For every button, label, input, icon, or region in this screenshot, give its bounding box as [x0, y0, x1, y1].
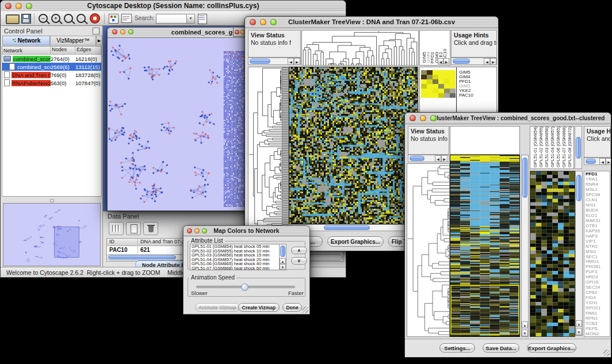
scroll-left-arrow[interactable]: ◀ — [438, 58, 443, 64]
matrix-cell[interactable] — [427, 89, 433, 93]
matrix-cell[interactable] — [433, 89, 438, 93]
tv1-row-label[interactable]: PAC10 — [459, 93, 473, 98]
network-list-row[interactable]: combined_scores2764(0)16218(0) — [2, 55, 101, 63]
help-lifebuoy-icon[interactable] — [90, 13, 100, 24]
scroll-up-arrow[interactable]: ▲ — [280, 258, 286, 264]
scroll-right-arrow[interactable]: ▶ — [294, 58, 300, 65]
zoom-selected-icon[interactable] — [64, 14, 73, 23]
tv2-status-hscrollbar[interactable]: ◀ ▶ — [408, 155, 449, 162]
matrix-cell[interactable] — [433, 84, 438, 89]
matrix-cell[interactable] — [450, 75, 456, 79]
tv1-status-hscrollbar[interactable]: ◀ ▶ — [248, 58, 301, 65]
tv2-settings-button[interactable]: Settings... — [439, 343, 475, 352]
move-up-button[interactable]: ∧ — [291, 247, 307, 254]
create-vizmap-button[interactable]: Create Vizmap — [238, 303, 280, 312]
delete-attribute-icon[interactable] — [143, 222, 158, 235]
matrix-cell[interactable] — [444, 75, 450, 79]
tv2-row-dendrogram-panel[interactable] — [407, 163, 450, 337]
zoom-button[interactable] — [26, 3, 32, 9]
move-down-button[interactable]: ∨ — [291, 257, 307, 265]
zoom-in-icon[interactable]: + — [51, 14, 60, 23]
header-edges[interactable]: Edges — [75, 47, 101, 54]
matrix-cell[interactable] — [450, 70, 456, 75]
matrix-cell[interactable] — [421, 93, 427, 98]
matrix-cell[interactable] — [433, 70, 438, 75]
minimize-button[interactable] — [260, 19, 266, 25]
zoom-button[interactable] — [270, 19, 277, 25]
treeview1-titlebar[interactable]: ClusterMaker TreeView : DNA and Tran 07-… — [245, 17, 498, 28]
zoom-out-icon[interactable]: − — [39, 14, 48, 23]
matrix-cell[interactable] — [427, 75, 433, 79]
matrix-cell[interactable] — [450, 84, 456, 89]
row-dendrogram-canvas[interactable] — [407, 164, 449, 336]
scroll-thumb[interactable] — [250, 59, 270, 64]
scroll-down-arrow[interactable]: ▼ — [576, 328, 582, 335]
scroll-thumb[interactable] — [410, 156, 424, 161]
scroll-thumb[interactable] — [586, 159, 596, 164]
attribute-listbox[interactable]: GPL51-01 (GSM854) heat shock 05 minGPL51… — [190, 244, 286, 270]
matrix-cell[interactable] — [427, 70, 433, 75]
close-button[interactable] — [5, 3, 12, 9]
scroll-down-arrow[interactable]: ▼ — [522, 329, 528, 336]
scroll-thumb[interactable] — [576, 175, 582, 201]
matrix-cell[interactable] — [421, 84, 427, 89]
attribute-browser-icon[interactable] — [198, 14, 207, 24]
matrix-cell[interactable] — [450, 89, 456, 93]
tv2-collabel-vscrollbar[interactable] — [575, 126, 582, 169]
close-button[interactable] — [112, 29, 117, 35]
matrix-cell[interactable] — [433, 79, 438, 84]
close-button[interactable] — [235, 30, 239, 35]
minimize-button[interactable] — [120, 29, 125, 35]
scroll-right-arrow[interactable]: ▶ — [443, 58, 449, 64]
tv1-row-dendrogram-panel[interactable] — [248, 67, 282, 230]
matrix-cell[interactable] — [427, 84, 433, 89]
panel-splitter[interactable] — [2, 197, 102, 203]
vizmap-icon[interactable] — [109, 14, 118, 24]
tv2-hints-hscrollbar[interactable]: ◀ ▶ — [584, 158, 611, 165]
matrix-cell[interactable] — [444, 93, 450, 98]
matrix-cell[interactable] — [450, 93, 456, 98]
scroll-left-arrow[interactable]: ◀ — [484, 58, 490, 65]
matrix-cell[interactable] — [433, 75, 438, 79]
open-folder-icon[interactable] — [6, 14, 20, 24]
matrix-cell[interactable] — [438, 84, 444, 89]
network-list-row[interactable]: DNA and Tran 07769(0)183728(0) — [2, 71, 101, 79]
tv2-export-graphics-button[interactable]: Export Graphics... — [527, 343, 576, 352]
minimize-button[interactable] — [194, 228, 200, 233]
new-attribute-icon[interactable] — [126, 222, 141, 235]
scroll-right-arrow[interactable]: ▶ — [606, 158, 611, 165]
header-network[interactable]: Network — [2, 47, 51, 54]
minimize-button[interactable] — [16, 3, 22, 9]
gene-label[interactable]: MON2 — [586, 332, 600, 337]
tv2-heatmap-canvas[interactable] — [450, 155, 520, 337]
matrix-cell[interactable] — [444, 89, 450, 93]
matrix-cell[interactable] — [427, 93, 433, 98]
select-attributes-icon[interactable] — [109, 222, 124, 235]
animate-vizmap-button[interactable]: Animate Vizmap — [195, 303, 240, 312]
matrix-cell[interactable] — [444, 84, 450, 89]
scroll-left-arrow[interactable]: ◀ — [288, 58, 294, 65]
annotation-icon[interactable] — [121, 14, 132, 23]
scroll-down-arrow[interactable]: ▼ — [280, 264, 286, 270]
matrix-cell[interactable] — [421, 79, 427, 84]
tab-network[interactable]: Network — [2, 36, 50, 45]
scroll-thumb[interactable] — [453, 59, 470, 64]
background-window-fragment[interactable] — [233, 27, 246, 37]
matrix-cell[interactable] — [444, 70, 450, 75]
matrix-cell[interactable] — [438, 79, 444, 84]
scroll-right-arrow[interactable]: ▶ — [490, 58, 496, 65]
matrix-cell[interactable] — [421, 70, 427, 75]
scroll-thumb[interactable] — [522, 158, 527, 198]
zoom-button[interactable] — [430, 115, 437, 121]
tv1-column-dendrogram-panel[interactable] — [301, 30, 419, 66]
tv1-hints-hscrollbar[interactable]: ◀ ▶ — [451, 58, 497, 65]
row-dendrogram-canvas[interactable] — [248, 67, 282, 229]
tv2-save-data-button[interactable]: Save Data... — [483, 343, 519, 352]
matrix-cell[interactable] — [438, 70, 444, 75]
tv1-export-graphics-button[interactable]: Export Graphics... — [327, 236, 384, 247]
scroll-right-arrow[interactable]: ▶ — [441, 155, 447, 162]
matrix-cell[interactable] — [444, 79, 450, 84]
attribute-list-vscrollbar[interactable]: ▲ ▼ — [279, 244, 286, 270]
close-button[interactable] — [187, 228, 192, 233]
column-dendrogram-canvas[interactable] — [302, 30, 418, 65]
